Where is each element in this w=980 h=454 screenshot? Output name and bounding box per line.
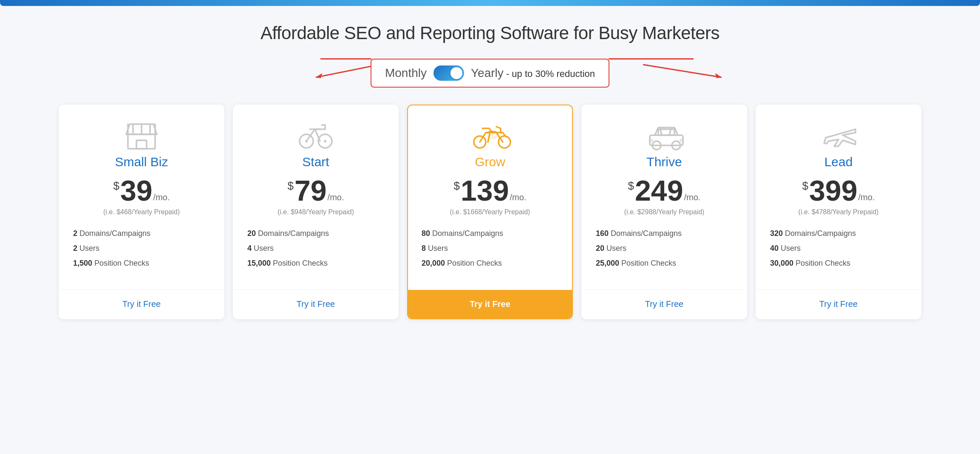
monthly-label: Monthly [385, 66, 427, 80]
price-period: /mo. [510, 193, 527, 202]
top-banner [0, 0, 980, 6]
svg-point-18 [487, 133, 497, 139]
toggle-thumb [450, 67, 462, 79]
svg-point-15 [324, 140, 326, 142]
svg-rect-23 [680, 139, 684, 142]
price-dollar: $ [287, 179, 293, 193]
price-dollar: $ [628, 179, 634, 193]
price-row: $ 249 /mo. [596, 176, 733, 205]
plan-card-lead: Lead $ 399 /mo. (i.e. $4788/Yearly Prepa… [756, 105, 921, 319]
feature-item: 320 Domains/Campaigns [770, 226, 907, 241]
price-amount: 249 [635, 176, 683, 205]
price-period: /mo. [328, 193, 344, 202]
price-amount: 39 [120, 176, 153, 205]
price-period: /mo. [858, 193, 875, 202]
page-title: Affordable SEO and Reporting Software fo… [52, 23, 928, 43]
price-row: $ 39 /mo. [73, 176, 210, 205]
price-yearly: (i.e. $2988/Yearly Prepaid) [596, 208, 733, 216]
price-period: /mo. [153, 193, 170, 202]
feature-item: 20 Domains/Campaigns [247, 226, 384, 241]
svg-rect-7 [136, 140, 147, 149]
svg-marker-1 [316, 73, 322, 78]
plan-name: Thrive [596, 155, 733, 169]
svg-line-2 [643, 65, 722, 77]
cta-button-small-biz[interactable]: Try it Free [59, 289, 224, 318]
cta-button-thrive[interactable]: Try it Free [582, 289, 746, 318]
feature-item: 2 Users [73, 241, 210, 256]
price-yearly: (i.e. $1668/Yearly Prepaid) [422, 208, 558, 216]
svg-rect-4 [128, 134, 155, 149]
price-dollar: $ [113, 179, 119, 193]
features-list: 2 Domains/Campaigns2 Users1,500 Position… [73, 226, 210, 271]
price-row: $ 139 /mo. [422, 176, 558, 205]
billing-toggle-section: Monthly Yearly - up to 30% reduction [52, 59, 928, 88]
cta-button-grow[interactable]: Try it Free [408, 290, 572, 318]
feature-item: 160 Domains/Campaigns [596, 226, 733, 241]
svg-rect-22 [649, 139, 653, 142]
billing-toggle-box: Monthly Yearly - up to 30% reduction [371, 59, 609, 88]
plan-card-inner: Thrive $ 249 /mo. (i.e. $2988/Yearly Pre… [582, 105, 746, 289]
plan-card-small-biz: Small Biz $ 39 /mo. (i.e. $468/Yearly Pr… [59, 105, 224, 319]
feature-item: 20 Users [596, 241, 733, 256]
motorcycle-icon [473, 121, 507, 150]
plan-card-inner: Small Biz $ 39 /mo. (i.e. $468/Yearly Pr… [59, 105, 224, 289]
left-arrow-icon [312, 60, 380, 86]
features-list: 80 Domains/Campaigns8 Users20,000 Positi… [422, 226, 558, 271]
svg-marker-3 [715, 73, 722, 78]
plan-card-grow: Grow $ 139 /mo. (i.e. $1668/Yearly Prepa… [407, 105, 573, 319]
feature-item: 1,500 Position Checks [73, 256, 210, 271]
billing-toggle[interactable] [433, 65, 464, 81]
features-list: 320 Domains/Campaigns40 Users30,000 Posi… [770, 226, 907, 271]
plan-card-start: Start $ 79 /mo. (i.e. $948/Yearly Prepai… [233, 105, 399, 319]
price-row: $ 79 /mo. [247, 176, 384, 205]
price-yearly: (i.e. $4788/Yearly Prepaid) [770, 208, 907, 216]
feature-item: 20,000 Position Checks [422, 256, 558, 271]
feature-item: 15,000 Position Checks [247, 256, 384, 271]
price-amount: 139 [461, 176, 509, 205]
price-yearly: (i.e. $948/Yearly Prepaid) [247, 208, 384, 216]
store-icon [125, 121, 159, 150]
yearly-label: Yearly - up to 30% reduction [471, 66, 595, 80]
price-amount: 399 [809, 176, 857, 205]
feature-item: 25,000 Position Checks [596, 256, 733, 271]
plan-card-thrive: Thrive $ 249 /mo. (i.e. $2988/Yearly Pre… [581, 105, 747, 319]
price-amount: 79 [295, 176, 327, 205]
svg-point-14 [305, 140, 308, 142]
feature-item: 40 Users [770, 241, 907, 256]
plan-card-inner: Start $ 79 /mo. (i.e. $948/Yearly Prepai… [234, 105, 398, 289]
feature-item: 4 Users [247, 241, 384, 256]
feature-item: 80 Domains/Campaigns [422, 226, 558, 241]
feature-item: 30,000 Position Checks [770, 256, 907, 271]
car-icon [647, 121, 681, 150]
plan-card-inner: Lead $ 399 /mo. (i.e. $4788/Yearly Prepa… [756, 105, 921, 289]
feature-item: 8 Users [422, 241, 558, 256]
price-row: $ 399 /mo. [770, 176, 907, 205]
bicycle-icon [299, 121, 333, 150]
plan-card-inner: Grow $ 139 /mo. (i.e. $1668/Yearly Prepa… [408, 105, 572, 290]
features-list: 20 Domains/Campaigns4 Users15,000 Positi… [247, 226, 384, 271]
plans-grid: Small Biz $ 39 /mo. (i.e. $468/Yearly Pr… [52, 105, 928, 319]
features-list: 160 Domains/Campaigns20 Users25,000 Posi… [596, 226, 733, 271]
svg-rect-19 [650, 135, 683, 145]
price-yearly: (i.e. $468/Yearly Prepaid) [73, 208, 210, 216]
price-dollar: $ [802, 179, 808, 193]
airplane-icon [821, 121, 855, 150]
svg-line-0 [316, 65, 380, 77]
right-arrow-icon [643, 60, 728, 86]
plan-name: Start [247, 155, 384, 169]
plan-name: Grow [422, 155, 558, 169]
cta-button-start[interactable]: Try it Free [234, 289, 398, 318]
price-dollar: $ [454, 179, 460, 193]
cta-button-lead[interactable]: Try it Free [756, 289, 921, 318]
plan-name: Lead [770, 155, 907, 169]
price-period: /mo. [684, 193, 701, 202]
feature-item: 2 Domains/Campaigns [73, 226, 210, 241]
plan-name: Small Biz [73, 155, 210, 169]
